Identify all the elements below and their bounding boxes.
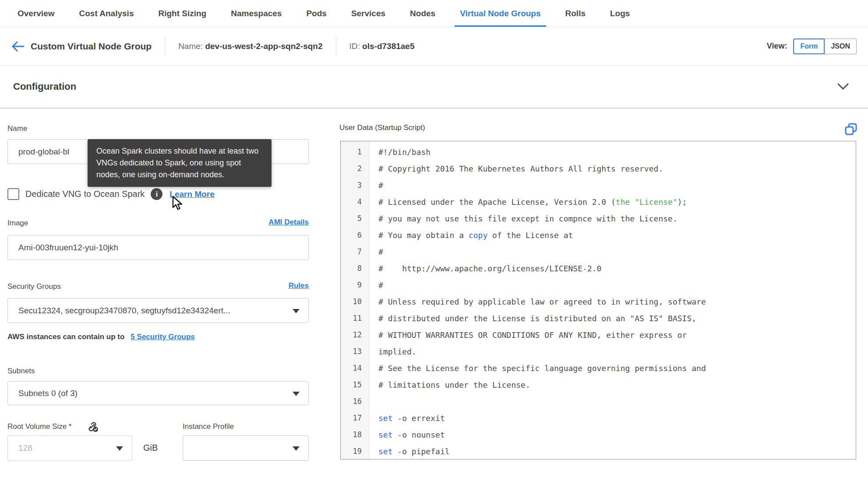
divider: [165, 37, 165, 56]
line-number: 5: [341, 214, 369, 223]
instance-profile-label: Instance Profile: [183, 422, 234, 431]
ocean-spark-tooltip: Ocean Spark clusters should have at leas…: [88, 139, 272, 187]
line-number: 17: [341, 414, 369, 422]
line-number: 7: [341, 247, 369, 256]
instance-profile-dropdown[interactable]: [183, 435, 309, 461]
caret-down-icon: [293, 309, 300, 313]
line-number: 12: [341, 330, 369, 339]
code-line: 4# Licensed under the Apache License, Ve…: [341, 193, 856, 210]
code-line: 16: [341, 393, 856, 410]
security-groups-value: Secu12324, secgroup23470870, segtuyfsd12…: [18, 306, 230, 316]
line-number: 8: [341, 264, 369, 273]
subnets-value: Subnets 0 (of 3): [18, 389, 78, 398]
vng-name-meta: Name: dev-us-west-2-app-sqn2-sqn2: [178, 42, 322, 51]
image-input[interactable]: Ami-003fruuen12-yui-10jkh: [7, 235, 309, 260]
name-field-label: Name: [7, 124, 27, 133]
page-title: Custom Virtual Node Group: [31, 41, 152, 52]
code-line: 6# You may obtain a copy of the License …: [341, 227, 856, 243]
learn-more-link[interactable]: Learn More: [169, 189, 214, 199]
code-line: 9#: [341, 277, 856, 293]
line-number: 19: [341, 447, 369, 456]
code-text: # http://www.apache.org/licenses/LICENSE…: [369, 264, 601, 273]
tab-pods[interactable]: Pods: [301, 0, 332, 27]
vng-id-value: ols-d7381ae5: [362, 42, 414, 51]
back-button[interactable]: [11, 40, 25, 53]
vng-id-meta: ID: ols-d7381ae5: [349, 42, 415, 51]
view-form-button[interactable]: Form: [793, 39, 825, 54]
code-line: 15# limitations under the License.: [341, 376, 856, 393]
copy-icon[interactable]: [844, 123, 857, 137]
line-number: 10: [341, 297, 369, 306]
security-groups-dropdown[interactable]: Secu12324, secgroup23470870, segtuyfsd12…: [7, 298, 309, 323]
ami-details-link[interactable]: AMI Details: [268, 218, 309, 227]
code-text: # WITHOUT WARRANTIES OR CONDITIONS OF AN…: [369, 330, 687, 340]
view-json-button[interactable]: JSON: [825, 39, 857, 54]
line-number: 14: [341, 364, 369, 372]
tab-cost-analysis[interactable]: Cost Analysis: [74, 0, 139, 27]
chevron-down-icon[interactable]: [837, 83, 849, 90]
code-text: set -o pipefail: [369, 447, 450, 456]
configuration-title: Configuration: [13, 81, 76, 92]
subnets-dropdown[interactable]: Subnets 0 (of 3): [7, 381, 309, 405]
rules-link[interactable]: Rules: [289, 281, 309, 290]
tab-services[interactable]: Services: [346, 0, 391, 27]
code-line: 11# distributed under the License is dis…: [341, 310, 856, 326]
tab-virtual-node-groups[interactable]: Virtual Node Groups: [455, 0, 546, 27]
arrow-left-icon: [11, 41, 25, 52]
code-line: 5# you may not use this file except in c…: [341, 210, 856, 227]
code-text: # See the License for the specific langu…: [369, 364, 706, 373]
dedicate-vng-checkbox[interactable]: [7, 188, 19, 200]
code-text: # Licensed under the Apache License, Ver…: [369, 197, 687, 207]
security-groups-note: AWS instances can contain up to 5 Securi…: [7, 333, 195, 341]
tab-right-sizing[interactable]: Right Sizing: [153, 0, 212, 27]
code-line: 7#: [341, 243, 856, 260]
code-line: 10# Unless required by applicable law or…: [341, 293, 856, 310]
tab-rolls[interactable]: Rolls: [560, 0, 591, 27]
code-line: 1#!/bin/bash: [341, 144, 856, 160]
caret-down-icon: [293, 446, 300, 451]
caret-down-icon: [293, 392, 300, 396]
code-line: 14# See the License for the specific lan…: [341, 360, 856, 376]
line-number: 6: [341, 231, 369, 239]
tab-namespaces[interactable]: Namespaces: [226, 0, 287, 27]
line-number: 11: [341, 314, 369, 323]
code-line: 17set -o errexit: [341, 410, 856, 426]
code-text: # you may not use this file except in co…: [369, 214, 677, 223]
code-line: 2# Copyright 2016 The Kubernetes Authors…: [341, 160, 856, 177]
code-text: set -o errexit: [369, 414, 445, 423]
code-lines: 1#!/bin/bash2# Copyright 2016 The Kubern…: [341, 141, 856, 459]
line-number: 9: [341, 281, 369, 289]
code-text: #: [369, 281, 383, 290]
code-text: #: [369, 181, 383, 190]
line-number: 18: [341, 430, 369, 439]
line-number: 16: [341, 397, 369, 406]
page-header: Custom Virtual Node Group Name: dev-us-w…: [0, 27, 868, 66]
line-number: 4: [341, 197, 369, 206]
line-number: 1: [341, 147, 369, 156]
root-volume-size-label: Root Volume Size *: [7, 422, 71, 431]
security-groups-note-link[interactable]: 5 Security Groups: [131, 333, 194, 341]
code-text: # You may obtain a copy of the License a…: [369, 231, 573, 240]
tab-nodes[interactable]: Nodes: [405, 0, 441, 27]
code-line: 12# WITHOUT WARRANTIES OR CONDITIONS OF …: [341, 326, 856, 343]
code-text: # limitations under the License.: [369, 380, 530, 389]
image-input-value: Ami-003fruuen12-yui-10jkh: [18, 243, 118, 253]
dedicate-vng-label: Dedicate VNG to Ocean Spark: [25, 189, 145, 199]
code-line: 8# http://www.apache.org/licenses/LICENS…: [341, 260, 856, 277]
image-field-label: Image: [7, 219, 28, 228]
link-icon[interactable]: [86, 421, 99, 434]
line-number: 3: [341, 181, 369, 189]
user-data-code-editor[interactable]: 1#!/bin/bash2# Copyright 2016 The Kubern…: [340, 141, 856, 459]
code-line: 3#: [341, 177, 856, 193]
view-segmented-control: Form JSON: [793, 39, 857, 54]
code-text: implied.: [369, 347, 416, 356]
info-icon[interactable]: i: [151, 188, 162, 200]
code-line: 19set -o pipefail: [341, 443, 856, 459]
tab-logs[interactable]: Logs: [605, 0, 635, 27]
caret-down-icon: [116, 446, 123, 451]
root-volume-size-dropdown[interactable]: 128: [7, 435, 132, 461]
configuration-section-header[interactable]: Configuration: [0, 66, 868, 109]
line-number: 13: [341, 347, 369, 356]
security-groups-label: Security Groups: [7, 282, 61, 291]
tab-overview[interactable]: Overview: [12, 0, 60, 27]
